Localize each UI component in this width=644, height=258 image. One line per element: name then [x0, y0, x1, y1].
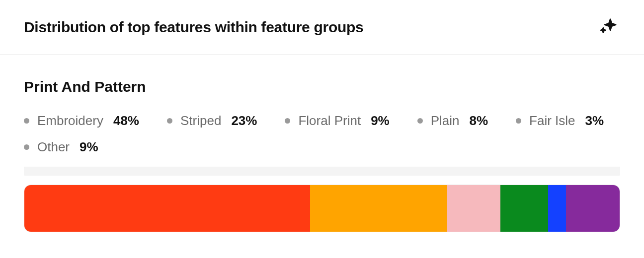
- legend-label: Plain: [431, 113, 460, 129]
- bullet-icon: [417, 118, 423, 124]
- sparkle-button[interactable]: [597, 15, 620, 39]
- bar-segment-striped: [310, 185, 447, 232]
- stacked-bar: [24, 185, 620, 232]
- legend-value: 48%: [113, 113, 139, 129]
- bar-segment-fair-isle: [548, 185, 566, 232]
- legend-label: Embroidery: [37, 113, 103, 129]
- group-title: Print And Pattern: [24, 78, 620, 95]
- legend-value: 9%: [80, 139, 98, 155]
- legend-item-fair-isle: Fair Isle 3%: [516, 113, 604, 129]
- legend-item-floral-print: Floral Print 9%: [285, 113, 389, 129]
- legend-value: 3%: [585, 113, 604, 129]
- bullet-icon: [24, 118, 29, 124]
- header: Distribution of top features within feat…: [0, 0, 644, 55]
- legend-item-other: Other 9%: [24, 139, 98, 155]
- page-title: Distribution of top features within feat…: [24, 19, 363, 36]
- chart-track: [24, 167, 620, 176]
- legend-value: 9%: [371, 113, 390, 129]
- legend-label: Fair Isle: [529, 113, 575, 129]
- legend-item-embroidery: Embroidery 48%: [24, 113, 139, 129]
- legend-item-striped: Striped 23%: [167, 113, 257, 129]
- bar-segment-plain: [500, 185, 548, 232]
- legend: Embroidery 48% Striped 23% Floral Print …: [24, 113, 620, 155]
- bar-segment-floral-print: [447, 185, 501, 232]
- bullet-icon: [167, 118, 172, 124]
- bar-segment-other: [566, 185, 620, 232]
- bar-segment-embroidery: [24, 185, 310, 232]
- legend-label: Floral Print: [298, 113, 361, 129]
- bullet-icon: [24, 144, 29, 150]
- bullet-icon: [516, 118, 521, 124]
- bullet-icon: [285, 118, 290, 124]
- sparkle-icon: [599, 17, 618, 37]
- legend-label: Striped: [180, 113, 221, 129]
- legend-value: 8%: [470, 113, 488, 129]
- body: Print And Pattern Embroidery 48% Striped…: [0, 55, 644, 232]
- legend-label: Other: [37, 139, 70, 155]
- legend-value: 23%: [231, 113, 257, 129]
- legend-item-plain: Plain 8%: [417, 113, 488, 129]
